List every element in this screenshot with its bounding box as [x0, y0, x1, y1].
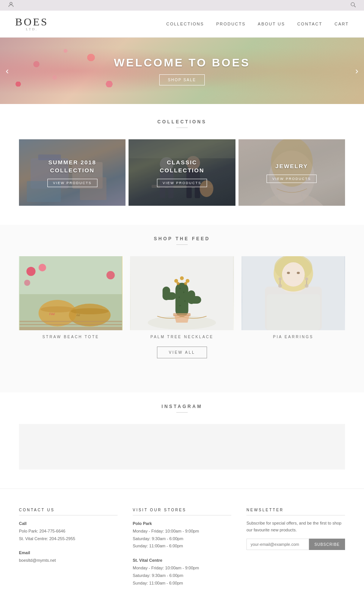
newsletter-subscribe-button[interactable]: SUBSCRIBE: [309, 539, 345, 550]
hero-title: WELCOME TO BOES: [114, 56, 250, 69]
svg-rect-47: [188, 290, 195, 304]
nav-about-us[interactable]: ABOUT US: [258, 22, 285, 26]
svg-point-50: [179, 296, 180, 298]
summer-view-products-button[interactable]: VIEW PRODUCTS: [47, 179, 97, 187]
view-all-button[interactable]: VIEW ALL: [157, 347, 207, 358]
collections-title: COLLECTIONS: [19, 119, 345, 124]
pia-earrings-label: PIA EARRINGS: [242, 335, 345, 339]
svg-point-70: [305, 277, 308, 281]
svg-point-0: [10, 2, 12, 5]
logo[interactable]: BOES LTD.: [15, 17, 49, 31]
classic-card-title: CLASSICCOLLECTION: [160, 158, 204, 174]
nav-products[interactable]: PRODUCTS: [216, 22, 246, 26]
svg-rect-40: [20, 327, 122, 330]
palm-necklace-image: [130, 256, 234, 330]
feed-item-straw-tote[interactable]: l'été été STRAW BEACH TOTE: [19, 256, 122, 339]
pia-earrings-image: [242, 256, 345, 330]
svg-point-48: [179, 288, 181, 289]
footer-newsletter-title: NEWSLETTER: [246, 508, 345, 515]
user-icon[interactable]: [8, 1, 14, 9]
svg-text:été: été: [77, 314, 80, 317]
summer-card-overlay: SUMMER 2018COLLECTION VIEW PRODUCTS: [19, 139, 126, 206]
newsletter-email-input[interactable]: [246, 539, 309, 550]
feed-item-palm-necklace[interactable]: PALM TREE NECKLACE: [130, 256, 234, 339]
footer-contact-email-label: Email boesltd@mymts.net: [19, 549, 118, 564]
polo-hours-1: Monday - Friday: 10:00am - 9:00pm: [133, 529, 199, 533]
hero-next-button[interactable]: ›: [351, 62, 362, 80]
svg-point-1: [351, 3, 355, 6]
straw-tote-image: l'été été: [19, 256, 122, 330]
jewelry-view-products-button[interactable]: VIEW PRODUCTS: [267, 175, 317, 183]
top-bar: [0, 0, 364, 11]
jewelry-card-overlay: JEWELRY VIEW PRODUCTS: [238, 139, 345, 206]
straw-tote-illustration: l'été été: [19, 256, 122, 330]
svg-point-69: [278, 284, 282, 288]
main-nav: COLLECTIONS PRODUCTS ABOUT US CONTACT CA…: [166, 22, 349, 26]
svg-rect-45: [163, 287, 170, 300]
svg-point-28: [27, 267, 36, 276]
collection-card-classic[interactable]: CLASSICCOLLECTION VIEW PRODUCTS: [129, 139, 235, 206]
footer-contact-title: CONTACT US: [19, 508, 118, 515]
polo-hours-2: Saturday: 9:30am - 6:00pm: [133, 536, 183, 541]
svg-point-57: [184, 282, 187, 285]
footer-contact-call-label: Call Polo Park: 204-775-6646 St. Vital C…: [19, 520, 118, 542]
footer-polo-park-phone: Polo Park: 204-775-6646: [19, 529, 65, 533]
svg-point-30: [24, 280, 30, 286]
instagram-title: INSTAGRAM: [19, 404, 345, 409]
svg-rect-58: [173, 313, 191, 316]
footer-stores: VISIT OUR STORES Polo Park Monday - Frid…: [133, 508, 231, 587]
svg-point-35: [69, 304, 111, 326]
footer-st-vital-phone: St. Vital Centre: 204-255-2955: [19, 536, 75, 541]
collections-divider: [176, 128, 188, 128]
feed-title: SHOP THE FEED: [19, 236, 345, 241]
st-vital-hours-3: Sunday: 11:00am - 6:00pm: [133, 581, 183, 585]
hero-banner: ‹ WELCOME TO BOES SHOP SALE ›: [0, 38, 364, 104]
collection-card-summer[interactable]: SUMMER 2018COLLECTION VIEW PRODUCTS: [19, 139, 126, 206]
svg-point-64: [282, 262, 304, 287]
palm-necklace-illustration: [130, 256, 234, 330]
hero-prev-button[interactable]: ‹: [2, 62, 13, 80]
svg-point-54: [180, 276, 184, 280]
footer-newsletter: NEWSLETTER Subscribe for special offers,…: [246, 508, 345, 587]
palm-necklace-label: PALM TREE NECKLACE: [130, 335, 234, 339]
footer-stores-title: VISIT OUR STORES: [133, 508, 231, 515]
search-icon[interactable]: [350, 1, 356, 9]
nav-cart[interactable]: CART: [334, 22, 349, 26]
nav-collections[interactable]: COLLECTIONS: [166, 22, 204, 26]
classic-card-overlay: CLASSICCOLLECTION VIEW PRODUCTS: [129, 139, 235, 206]
svg-rect-73: [267, 294, 320, 330]
feed-divider: [176, 244, 188, 245]
feed-item-pia-earrings[interactable]: PIA EARRINGS: [242, 256, 345, 339]
svg-point-31: [107, 271, 115, 279]
feed-section: SHOP THE FEED l'été: [0, 225, 364, 392]
collections-grid: SUMMER 2018COLLECTION VIEW PRODUCTS: [19, 139, 345, 206]
view-all-wrap: VIEW ALL: [19, 339, 345, 373]
footer-grid: CONTACT US Call Polo Park: 204-775-6646 …: [19, 508, 345, 587]
svg-point-49: [183, 292, 185, 293]
svg-point-33: [41, 306, 75, 312]
feed-grid: l'été été STRAW BEACH TOTE: [19, 256, 345, 339]
straw-tote-label: STRAW BEACH TOTE: [19, 335, 122, 339]
instagram-divider: [176, 412, 188, 413]
collection-card-jewelry[interactable]: JEWELRY VIEW PRODUCTS: [238, 139, 345, 206]
site-header: BOES LTD. COLLECTIONS PRODUCTS ABOUT US …: [0, 11, 364, 38]
classic-view-products-button[interactable]: VIEW PRODUCTS: [157, 179, 207, 187]
polo-hours-3: Sunday: 11:00am - 6:00pm: [133, 544, 183, 548]
instagram-section: INSTAGRAM: [0, 392, 364, 489]
jewelry-card-title: JEWELRY: [275, 162, 308, 170]
nav-contact[interactable]: CONTACT: [297, 22, 322, 26]
summer-card-title: SUMMER 2018COLLECTION: [49, 158, 96, 174]
hero-cta-button[interactable]: SHOP SALE: [159, 74, 205, 85]
svg-point-66: [297, 272, 300, 274]
svg-rect-39: [20, 324, 122, 325]
footer-email-link[interactable]: boesltd@mymts.net: [19, 558, 56, 563]
newsletter-form: SUBSCRIBE: [246, 539, 345, 550]
svg-point-65: [287, 272, 290, 274]
svg-point-56: [177, 282, 180, 285]
site-footer: CONTACT US Call Polo Park: 204-775-6646 …: [0, 489, 364, 602]
pia-earrings-illustration: [242, 256, 345, 330]
instagram-feed-placeholder: [19, 424, 345, 470]
svg-point-72: [304, 284, 308, 288]
svg-text:l'été: l'été: [49, 312, 55, 316]
newsletter-description: Subscribe for special offers, and be the…: [246, 520, 345, 533]
